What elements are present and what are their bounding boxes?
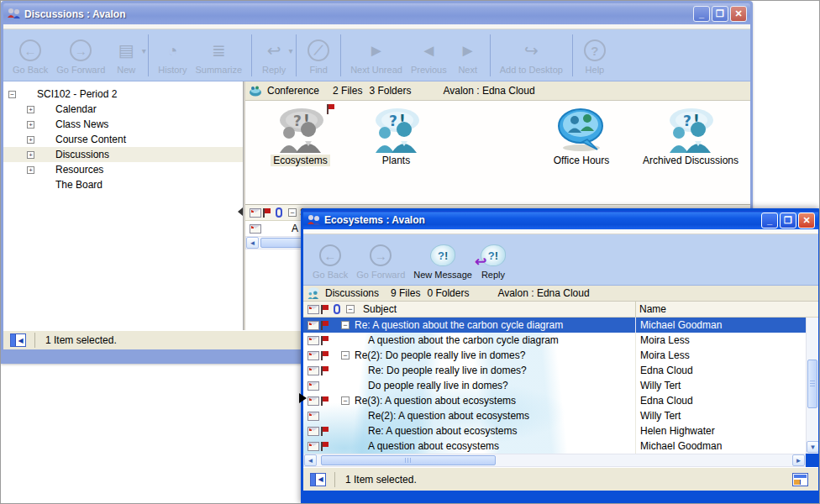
cursor-marker bbox=[299, 393, 307, 403]
horizontal-scrollbar[interactable]: ◄ ► bbox=[303, 454, 806, 467]
tree-item-icon bbox=[21, 88, 34, 100]
scrollbar-thumb[interactable] bbox=[321, 455, 496, 465]
toolbar-button[interactable]: ← Go Back bbox=[308, 238, 352, 281]
status-text: 1 Item selected. bbox=[45, 334, 117, 346]
tree-expander[interactable]: + bbox=[27, 106, 34, 113]
minimize-button[interactable]: _ bbox=[761, 213, 778, 228]
toolbar-button[interactable]: ≣ Summarize bbox=[192, 33, 247, 76]
toolbar-button[interactable]: ► Next Unread bbox=[346, 33, 407, 76]
toolbar-button-icon: ↩ bbox=[267, 38, 281, 63]
scroll-left-icon[interactable]: ◄ bbox=[246, 237, 259, 249]
menu-item[interactable] bbox=[3, 24, 20, 29]
close-button[interactable]: ✕ bbox=[798, 213, 815, 228]
toolbar-separator bbox=[251, 34, 252, 76]
close-button[interactable]: ✕ bbox=[730, 6, 747, 22]
menu-item[interactable] bbox=[371, 229, 387, 234]
toolbar-button-icon: ► bbox=[460, 38, 476, 63]
scroll-down-icon[interactable]: ▼ bbox=[807, 441, 818, 453]
scroll-left-icon[interactable]: ◄ bbox=[304, 454, 317, 466]
toolbar-button[interactable]: ↩ Reply bbox=[257, 33, 291, 76]
tree-item[interactable]: + Resources bbox=[3, 162, 243, 177]
toolbar-button[interactable]: ? Help bbox=[578, 33, 612, 76]
tree-item[interactable]: + Discussions bbox=[3, 147, 243, 162]
message-row[interactable]: − A question about ecosystems Michael Go… bbox=[303, 438, 818, 454]
tree-expander[interactable]: + bbox=[27, 136, 34, 144]
toolbar-button[interactable]: ▤ New bbox=[109, 33, 143, 76]
tree-expander[interactable]: + bbox=[27, 121, 34, 129]
message-row[interactable]: − Re(2): Do people really live in domes?… bbox=[303, 348, 818, 363]
name-column-header[interactable]: Name bbox=[639, 303, 666, 315]
conference-item[interactable]: ? ! ? ! Ecosystems bbox=[260, 108, 340, 166]
toolbar-button[interactable]: → Go Forward bbox=[52, 33, 109, 76]
toolbar-button[interactable]: ← Go Back bbox=[8, 33, 52, 76]
toolbar-button[interactable]: ⟋ Find bbox=[302, 33, 335, 76]
message-row[interactable]: − A question about the carbon cycle diag… bbox=[303, 333, 818, 348]
thread-collapse-icon[interactable]: − bbox=[341, 396, 350, 405]
minimize-button[interactable]: _ bbox=[693, 6, 710, 22]
tree-expander[interactable]: + bbox=[27, 166, 34, 174]
splitter-collapse-icon[interactable] bbox=[238, 207, 243, 216]
toolbar-button[interactable]: ?!↩ Reply bbox=[476, 238, 510, 281]
toolbar-button[interactable]: ?! New Message bbox=[409, 238, 476, 281]
conference-item[interactable]: ? ! ? ! Plants bbox=[348, 108, 444, 166]
panel-toggle-icon[interactable]: ◀ bbox=[310, 473, 326, 486]
tree-expander[interactable]: − bbox=[8, 91, 16, 98]
titlebar-ecosystems[interactable]: Ecosystems : Avalon _ ❐ ✕ bbox=[303, 211, 818, 229]
tree-item[interactable]: − SCI102 - Period 2 bbox=[3, 87, 243, 102]
message-row[interactable]: − Re: A question about the carbon cycle … bbox=[303, 318, 818, 333]
collapse-all-icon[interactable]: − bbox=[288, 208, 297, 217]
message-row[interactable]: − Re: Do people really live in domes? Ed… bbox=[303, 363, 818, 378]
menu-item[interactable] bbox=[404, 229, 421, 234]
menu-item[interactable] bbox=[337, 229, 354, 234]
toolbar-button[interactable]: ◔ History bbox=[154, 33, 191, 76]
message-author: Edna Cloud bbox=[640, 395, 693, 407]
message-author: Michael Goodman bbox=[640, 319, 722, 331]
menu-item[interactable] bbox=[20, 24, 37, 29]
pane-kind-label: Conference bbox=[267, 85, 319, 97]
menu-item[interactable] bbox=[71, 24, 87, 29]
toolbar-button-label: Summarize bbox=[196, 65, 243, 75]
menu-item[interactable] bbox=[104, 24, 121, 29]
thread-collapse-icon[interactable]: − bbox=[341, 351, 350, 360]
vertical-scrollbar[interactable]: ▲ ▼ bbox=[806, 318, 818, 454]
menu-item[interactable] bbox=[303, 229, 320, 234]
scrollbar-thumb[interactable] bbox=[807, 360, 817, 408]
menu-item[interactable] bbox=[354, 229, 371, 234]
toolbar-button-icon: ≣ bbox=[212, 38, 226, 63]
scroll-right-icon[interactable]: ► bbox=[792, 454, 805, 466]
toolbar-button[interactable]: → Go Forward bbox=[352, 238, 409, 281]
toolbar-button[interactable]: ► Next bbox=[451, 33, 485, 76]
tree-item-label: Course Content bbox=[55, 134, 126, 145]
panel-toggle-icon[interactable]: ◀ bbox=[10, 333, 26, 347]
split-view-icon[interactable] bbox=[792, 473, 808, 486]
menu-item[interactable] bbox=[87, 24, 104, 29]
toolbar-button[interactable]: ↪ Add to Desktop bbox=[496, 33, 567, 76]
maximize-button[interactable]: ❐ bbox=[780, 213, 796, 228]
toolbar-button[interactable]: ◄ Previous bbox=[407, 33, 451, 76]
conference-item[interactable]: ? ! ? ! Archived Discussions bbox=[625, 108, 750, 166]
menu-item[interactable] bbox=[320, 229, 337, 234]
tree-expander[interactable]: + bbox=[27, 151, 34, 159]
window-ecosystems[interactable]: Ecosystems : Avalon _ ❐ ✕ ← Go Back → Go… bbox=[301, 208, 820, 504]
menu-item[interactable] bbox=[37, 24, 54, 29]
tree-item[interactable]: + Course Content bbox=[3, 132, 243, 147]
conference-item[interactable]: ? ! ? ! Office Hours bbox=[529, 108, 633, 166]
maximize-button[interactable]: ❐ bbox=[712, 6, 728, 22]
collapse-all-icon[interactable]: − bbox=[346, 305, 355, 313]
tree-item[interactable]: + Class News bbox=[3, 117, 243, 132]
titlebar-discussions[interactable]: Discussions : Avalon _ ❐ ✕ bbox=[3, 3, 750, 24]
message-row[interactable]: − Re(3): A question about ecosystems Edn… bbox=[303, 393, 818, 408]
tree-item[interactable]: The Board bbox=[3, 177, 243, 192]
envelope-icon bbox=[250, 224, 261, 234]
message-row[interactable]: − Do people really live in domes? Willy … bbox=[303, 378, 818, 393]
tree-item[interactable]: + Calendar bbox=[3, 102, 243, 117]
column-divider[interactable] bbox=[635, 302, 636, 317]
message-row[interactable]: − Re(2): A question about ecosystems Wil… bbox=[303, 408, 818, 423]
menu-item[interactable] bbox=[387, 229, 404, 234]
message-author: Helen Highwater bbox=[640, 425, 715, 437]
thread-collapse-icon[interactable]: − bbox=[341, 321, 350, 329]
toolbar-separator bbox=[490, 34, 491, 76]
message-row[interactable]: − Re: A question about ecosystems Helen … bbox=[303, 423, 818, 438]
subject-column-header[interactable]: Subject bbox=[363, 303, 397, 315]
menu-item[interactable] bbox=[54, 24, 71, 29]
